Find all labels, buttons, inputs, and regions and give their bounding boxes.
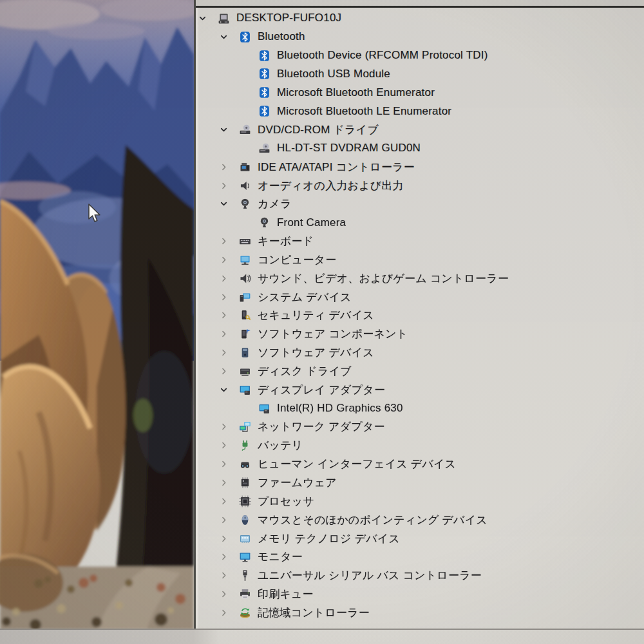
chevron-right-icon[interactable] xyxy=(219,236,238,246)
display-icon xyxy=(258,402,271,415)
tree-item-label: DVD/CD-ROM ドライブ xyxy=(258,122,379,137)
tree-item-label: Microsoft Bluetooth Enumerator xyxy=(277,86,435,99)
tree-item[interactable]: Microsoft Bluetooth Enumerator xyxy=(196,83,644,102)
chevron-right-icon[interactable] xyxy=(219,440,238,450)
tree-item[interactable]: モニター xyxy=(196,547,644,566)
tree-item-label: 記憶域コントローラー xyxy=(258,605,370,620)
tree-item[interactable]: セキュリティ デバイス xyxy=(196,307,644,325)
chevron-right-icon[interactable] xyxy=(219,422,238,431)
printer-icon xyxy=(238,587,252,601)
tree-item-label: HL-DT-ST DVDRAM GUD0N xyxy=(277,142,421,155)
tree-item[interactable]: ディスク ドライブ xyxy=(196,362,644,381)
tree-item-label: ヒューマン インターフェイス デバイス xyxy=(258,457,456,471)
bluetooth-icon xyxy=(258,67,271,80)
tree-item-label: モニター xyxy=(258,549,303,564)
chevron-right-icon[interactable] xyxy=(219,348,238,357)
tree-item-label: Intel(R) HD Graphics 630 xyxy=(277,402,403,415)
tree-item-label: 印刷キュー xyxy=(258,587,314,601)
chevron-right-icon[interactable] xyxy=(219,274,238,283)
device-manager-panel: DESKTOP-FUFO10JBluetoothBluetooth Device… xyxy=(194,0,644,630)
chevron-right-icon[interactable] xyxy=(219,515,238,525)
chevron-right-icon[interactable] xyxy=(219,181,238,191)
chevron-right-icon[interactable] xyxy=(219,571,238,580)
software-component-icon xyxy=(238,327,252,341)
mouse-cursor-icon xyxy=(88,204,103,224)
chevron-right-icon[interactable] xyxy=(219,478,238,488)
chevron-right-icon[interactable] xyxy=(219,552,238,562)
tree-item[interactable]: ヒューマン インターフェイス デバイス xyxy=(196,455,644,473)
chevron-right-icon[interactable] xyxy=(219,329,238,339)
tree-item[interactable]: サウンド、ビデオ、およびゲーム コントローラー xyxy=(196,269,644,288)
tree-item[interactable]: 印刷キュー xyxy=(196,585,644,603)
tree-item[interactable]: ソフトウェア コンポーネント xyxy=(196,325,644,343)
tree-item[interactable]: オーディオの入力および出力 xyxy=(196,176,644,195)
chevron-right-icon[interactable] xyxy=(219,366,238,376)
tree-item[interactable]: Bluetooth Device (RFCOMM Protocol TDI) xyxy=(196,46,644,65)
tree-item[interactable]: Intel(R) HD Graphics 630 xyxy=(196,399,644,418)
chevron-right-icon[interactable] xyxy=(219,497,238,506)
tree-item-label: ソフトウェア デバイス xyxy=(258,345,374,360)
tree-item-label: ファームウェア xyxy=(258,475,337,490)
mouse-icon xyxy=(238,513,252,527)
tree-item[interactable]: 記憶域コントローラー xyxy=(196,603,644,622)
tree-item-label: Microsoft Bluetooth LE Enumerator xyxy=(277,105,451,118)
tree-item[interactable]: DVD/CD-ROM ドライブ xyxy=(196,120,644,139)
bluetooth-icon xyxy=(258,49,271,62)
chevron-down-icon[interactable] xyxy=(219,32,238,42)
tree-item-label: セキュリティ デバイス xyxy=(258,308,374,323)
tree-item[interactable]: Bluetooth USB Module xyxy=(196,65,644,84)
bluetooth-icon xyxy=(238,30,252,44)
tree-item[interactable]: ファームウェア xyxy=(196,473,644,492)
tree-item-label: ディスプレイ アダプター xyxy=(258,383,385,397)
device-tree: DESKTOP-FUFO10JBluetoothBluetooth Device… xyxy=(196,8,644,622)
tree-item[interactable]: ネットワーク アダプター xyxy=(196,418,644,437)
chevron-right-icon[interactable] xyxy=(219,292,238,302)
chevron-right-icon[interactable] xyxy=(219,534,238,544)
chevron-right-icon[interactable] xyxy=(219,310,238,320)
camera-icon xyxy=(258,216,271,229)
tree-item-label: メモリ テクノロジ デバイス xyxy=(258,531,400,546)
chevron-down-icon[interactable] xyxy=(219,385,238,395)
storage-icon xyxy=(238,606,252,620)
chevron-down-icon[interactable] xyxy=(219,125,238,135)
tree-item[interactable]: Front Camera xyxy=(196,213,644,232)
panel-top-strip xyxy=(196,0,644,6)
chevron-right-icon[interactable] xyxy=(219,589,238,599)
tree-item[interactable]: カメラ xyxy=(196,194,644,213)
keyboard-icon xyxy=(238,234,252,248)
tree-item[interactable]: DESKTOP-FUFO10J xyxy=(196,9,644,28)
tree-item[interactable]: バッテリ xyxy=(196,436,644,455)
tree-item[interactable]: ソフトウェア デバイス xyxy=(196,343,644,362)
chevron-right-icon[interactable] xyxy=(219,255,238,265)
chevron-down-icon[interactable] xyxy=(219,199,238,209)
firmware-icon xyxy=(238,476,252,489)
tree-item[interactable]: ディスプレイ アダプター xyxy=(196,381,644,399)
sound-icon xyxy=(238,272,252,285)
dvd-icon xyxy=(258,142,271,155)
tree-item[interactable]: Microsoft Bluetooth LE Enumerator xyxy=(196,102,644,120)
desktop-wallpaper xyxy=(0,0,194,630)
security-icon xyxy=(238,308,252,322)
tree-item-label: サウンド、ビデオ、およびゲーム コントローラー xyxy=(258,271,509,286)
chevron-right-icon[interactable] xyxy=(219,608,238,618)
chevron-right-icon[interactable] xyxy=(219,162,238,172)
tree-item[interactable]: HL-DT-ST DVDRAM GUD0N xyxy=(196,139,644,158)
tree-item[interactable]: ユニバーサル シリアル バス コントローラー xyxy=(196,566,644,585)
tree-item[interactable]: Bluetooth xyxy=(196,28,644,46)
tree-item[interactable]: キーボード xyxy=(196,232,644,251)
tree-item[interactable]: プロセッサ xyxy=(196,492,644,511)
chevron-right-icon[interactable] xyxy=(219,459,238,469)
tree-item[interactable]: メモリ テクノロジ デバイス xyxy=(196,529,644,548)
system-icon xyxy=(238,290,252,304)
tree-item[interactable]: マウスとそのほかのポインティング デバイス xyxy=(196,511,644,529)
tree-item[interactable]: システム デバイス xyxy=(196,288,644,307)
ide-icon xyxy=(238,160,252,174)
usb-icon xyxy=(238,569,252,582)
tree-item[interactable]: IDE ATA/ATAPI コントローラー xyxy=(196,158,644,176)
chevron-down-icon[interactable] xyxy=(198,14,217,23)
tree-item[interactable]: コンピューター xyxy=(196,251,644,269)
tree-item-label: バッテリ xyxy=(258,438,303,453)
processor-icon xyxy=(238,495,252,508)
camera-icon xyxy=(238,197,252,211)
dvd-icon xyxy=(238,123,252,137)
